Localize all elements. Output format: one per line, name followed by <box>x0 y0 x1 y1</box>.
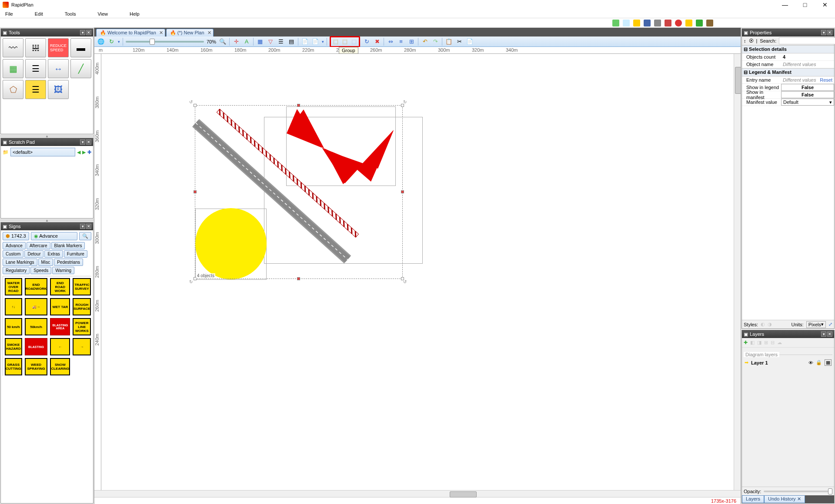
panel-close-icon[interactable]: ✕ <box>86 224 91 229</box>
list-icon[interactable]: ☰ <box>277 38 285 46</box>
close-icon[interactable]: ✕ <box>207 30 211 36</box>
warn-icon[interactable] <box>685 20 692 27</box>
scratch-default[interactable]: <default> <box>10 148 75 156</box>
new-icon[interactable] <box>612 20 619 27</box>
layer-icon[interactable]: ◨ <box>757 340 762 345</box>
resize-handle[interactable] <box>401 277 404 280</box>
sign-category[interactable]: Speeds <box>30 267 51 274</box>
menu-file[interactable]: File <box>3 10 16 17</box>
window-close[interactable]: ✕ <box>815 0 835 10</box>
sign-category[interactable]: Blank Markers <box>51 242 85 249</box>
sort-icon[interactable]: ↕ <box>744 38 746 43</box>
cut-icon[interactable]: ✂ <box>455 38 463 46</box>
print-icon[interactable] <box>654 20 661 27</box>
layer-menu-icon[interactable]: ▦ <box>825 359 832 366</box>
prop-select[interactable]: Default▾ <box>781 99 834 106</box>
sign-category[interactable]: Aftercare <box>27 242 50 249</box>
collapse-icon[interactable]: ▣ <box>3 224 7 229</box>
add-icon[interactable]: ✚ <box>87 149 91 155</box>
tool-dimension[interactable]: ↔ <box>48 59 69 78</box>
opacity-slider[interactable] <box>764 491 832 492</box>
panel-pin-icon[interactable]: ▾ <box>821 30 826 35</box>
tool-image[interactable]: 🖼 <box>48 80 69 99</box>
sign-item[interactable]: ↑↓ <box>5 298 22 315</box>
sign-item[interactable]: SMOKE HAZARD <box>5 338 22 355</box>
resize-handle[interactable] <box>401 104 404 107</box>
sign-item[interactable]: 50 km/h <box>5 318 22 335</box>
refresh-icon[interactable]: ↻ <box>107 38 115 46</box>
section-selection[interactable]: ⊟ Selection details <box>742 45 834 53</box>
menu-help[interactable]: Help <box>127 10 142 17</box>
lock-icon[interactable]: 🔒 <box>816 360 822 365</box>
resize-handle[interactable]: ▲ <box>0 219 94 222</box>
grid-icon[interactable]: ▤ <box>287 38 295 46</box>
zoom-icon[interactable]: 🔍 <box>219 38 227 46</box>
sign-item[interactable]: WATER OVER ROAD <box>5 278 22 295</box>
prev-icon[interactable]: ◀ <box>77 149 80 155</box>
prop-value[interactable]: False <box>781 91 834 98</box>
selection-box[interactable]: ↺ ↻ ↻ ↺ <box>195 105 403 279</box>
tool-note[interactable]: ☰ <box>25 80 46 99</box>
regroup-icon[interactable]: ⬚ <box>350 38 358 46</box>
signs-count[interactable]: ⬢ 1742.3 <box>3 232 29 240</box>
tool-legend[interactable]: ☰ <box>25 59 46 78</box>
sign-category[interactable]: Custom <box>3 250 23 258</box>
style-icon[interactable]: ◐ <box>761 322 765 327</box>
zoom-slider[interactable] <box>126 41 204 43</box>
layer-icon[interactable]: ⊞ <box>764 340 768 345</box>
canvas[interactable]: 400m380m360m340m320m300m280m260m240m <box>94 54 741 490</box>
tab-layers[interactable]: Layers <box>742 495 764 503</box>
sign-item[interactable]: BLASTING AREA <box>50 318 70 335</box>
delete-icon[interactable]: ✖ <box>373 38 381 46</box>
resize-handle[interactable] <box>297 277 300 280</box>
prop-value[interactable]: False <box>781 84 834 91</box>
filter-icon[interactable]: ⦿ <box>749 38 754 43</box>
panel-close-icon[interactable]: ✕ <box>86 139 91 145</box>
exit-icon[interactable] <box>706 20 713 27</box>
dropdown-icon[interactable]: ▾ <box>118 40 120 44</box>
tool-road[interactable]: 〰 <box>3 38 23 57</box>
window-maximize[interactable]: □ <box>795 0 815 10</box>
resize-handle[interactable] <box>401 190 404 193</box>
panel-pin-icon[interactable]: ▾ <box>80 30 85 35</box>
collapse-icon[interactable]: ▣ <box>744 30 748 36</box>
sign-item[interactable]: WEED SPRAYING <box>25 358 48 375</box>
sign-item[interactable]: ROUGH SURFACE <box>73 298 91 315</box>
flag-icon[interactable]: ▽ <box>267 38 274 46</box>
page-icon[interactable] <box>623 20 630 27</box>
signs-search-icon[interactable]: 🔍 <box>79 232 91 240</box>
add-layer-icon[interactable]: ✚ <box>744 340 748 345</box>
rotate-icon[interactable]: ↻ <box>363 38 371 46</box>
sign-item[interactable]: BLASTING <box>25 338 48 355</box>
sign-item[interactable]: ← <box>50 338 70 355</box>
layer-icon[interactable]: ◧ <box>750 340 755 345</box>
export-icon[interactable] <box>665 20 671 27</box>
sign-item[interactable]: END ROAD WORK <box>50 278 70 295</box>
tool-rail[interactable]: 𝍐 <box>25 38 46 57</box>
menu-edit[interactable]: Edit <box>32 10 46 17</box>
tool-line[interactable]: ╱ <box>70 59 91 78</box>
tab-welcome[interactable]: 🔥 Welcome to RapidPlan✕ <box>96 29 165 36</box>
panel-close-icon[interactable]: ✕ <box>86 30 91 35</box>
menu-view[interactable]: View <box>95 10 110 17</box>
resize-handle[interactable]: ▲ <box>0 135 94 137</box>
text-icon[interactable]: A <box>243 38 250 46</box>
expand-icon[interactable]: ⤢ <box>828 322 832 327</box>
flip-h-icon[interactable]: ⇔ <box>387 38 394 46</box>
align-icon[interactable]: ≡ <box>397 38 405 46</box>
sign-category[interactable]: Misc <box>38 259 53 266</box>
resize-handle[interactable] <box>194 104 197 107</box>
sign-category[interactable]: Furniture <box>64 250 87 258</box>
sign-category[interactable]: Detour <box>24 250 43 258</box>
signs-current[interactable]: ◉ Advance <box>31 232 77 240</box>
tool-speed-sign[interactable]: REDUCESPEED <box>48 38 69 57</box>
sign-category[interactable]: Regulatory <box>3 267 30 274</box>
panel-close-icon[interactable]: ✕ <box>827 332 832 337</box>
undo-icon[interactable]: ↶ <box>421 38 429 46</box>
panel-pin-icon[interactable]: ▾ <box>80 139 85 145</box>
sign-category[interactable]: Pedestrians <box>54 259 83 266</box>
panel-close-icon[interactable]: ✕ <box>827 30 832 35</box>
tool-lane[interactable]: ▬ <box>70 38 91 57</box>
search-input[interactable] <box>779 37 835 44</box>
layer-icon[interactable]: ▦ <box>256 38 264 46</box>
